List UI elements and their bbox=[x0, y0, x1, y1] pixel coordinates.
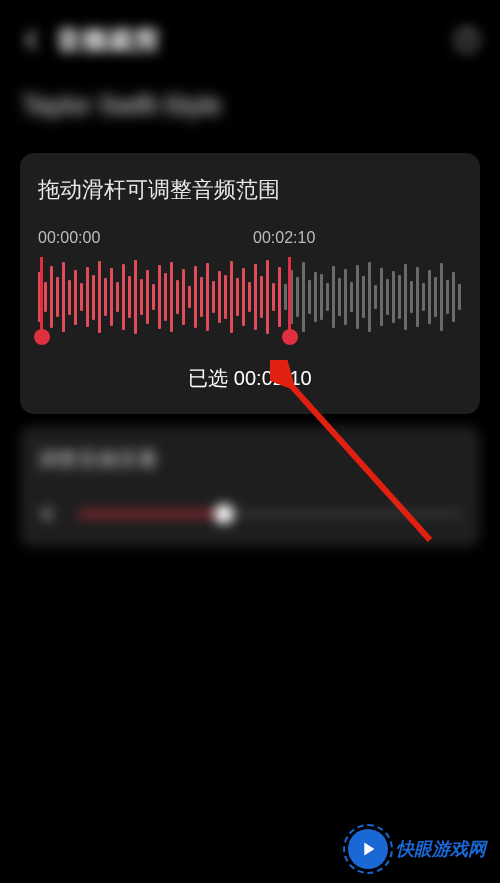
svg-point-2 bbox=[466, 34, 468, 36]
trim-end-time: 00:02:10 bbox=[253, 229, 315, 247]
watermark-text: 快眼游戏网 bbox=[396, 837, 486, 861]
volume-title: 调整音频音量 bbox=[38, 446, 462, 473]
watermark: 快眼游戏网 bbox=[348, 829, 486, 869]
audio-volume-card: 调整音频音量 bbox=[20, 426, 480, 547]
volume-fill bbox=[78, 512, 224, 516]
trim-handle-right[interactable] bbox=[282, 329, 298, 345]
track-name: Taylor Swift-Style bbox=[0, 70, 500, 141]
audio-trim-card: 拖动滑杆可调整音频范围 00:00:00 00:02:10 已选 00:02:1… bbox=[20, 153, 480, 414]
volume-slider[interactable] bbox=[78, 504, 462, 524]
watermark-icon bbox=[348, 829, 388, 869]
selected-time: 00:02:10 bbox=[234, 367, 312, 389]
selected-duration: 已选 00:02:10 bbox=[38, 365, 462, 392]
page-title: 音频裁剪 bbox=[56, 23, 454, 58]
volume-row bbox=[38, 501, 462, 527]
speaker-icon bbox=[38, 501, 64, 527]
selected-prefix: 已选 bbox=[188, 367, 234, 389]
time-labels-row: 00:00:00 00:02:10 bbox=[38, 229, 462, 249]
info-icon[interactable] bbox=[454, 27, 480, 53]
trim-handle-left[interactable] bbox=[34, 329, 50, 345]
trim-start-time: 00:00:00 bbox=[38, 229, 100, 247]
waveform-trimmer[interactable] bbox=[38, 257, 462, 337]
header-bar: 音频裁剪 bbox=[0, 0, 500, 70]
waveform-bars bbox=[38, 257, 462, 337]
trim-instruction: 拖动滑杆可调整音频范围 bbox=[38, 175, 462, 205]
back-icon[interactable] bbox=[20, 28, 44, 52]
volume-thumb[interactable] bbox=[214, 504, 234, 524]
